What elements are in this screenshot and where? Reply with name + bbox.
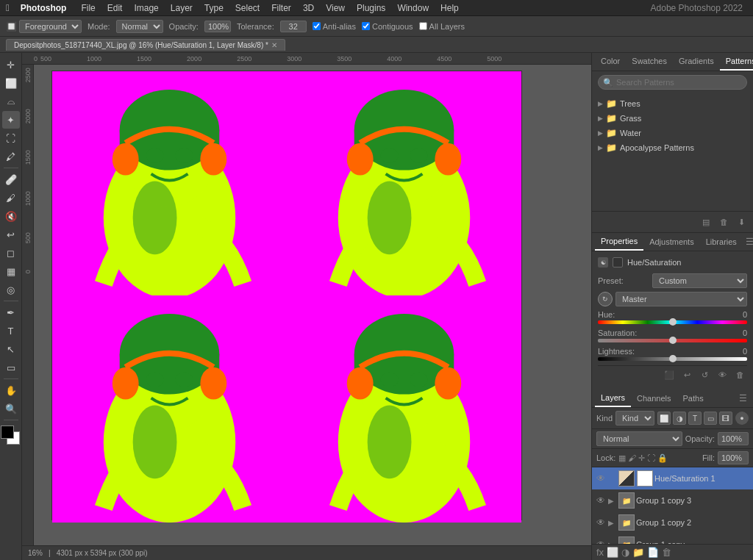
pattern-item-trees[interactable]: ▶ 📁 Trees xyxy=(592,96,753,111)
anti-alias-checkbox[interactable] xyxy=(313,22,321,30)
app-name[interactable]: Photoshop xyxy=(15,1,72,15)
opacity-input[interactable]: 100% xyxy=(718,432,749,445)
delete-adj-btn[interactable]: 🗑 xyxy=(732,367,747,382)
layer-row-group1copy2[interactable]: 👁 ▶ 📁 Group 1 copy 2 xyxy=(592,511,753,534)
saturation-slider-track[interactable] xyxy=(598,339,747,342)
menu-image[interactable]: Image xyxy=(129,1,163,15)
marquee-tool[interactable]: ⬜ xyxy=(2,74,20,92)
filter-kind-select[interactable]: Kind xyxy=(615,411,654,426)
delete-layer-btn[interactable]: 🗑 xyxy=(662,547,671,558)
tab-adjustments[interactable]: Adjustments xyxy=(643,234,700,250)
blend-mode-select[interactable]: Normal xyxy=(596,431,682,446)
lock-transparent-icon[interactable]: ▦ xyxy=(618,453,626,463)
tab-close[interactable]: ✕ xyxy=(271,41,277,49)
visibility-btn[interactable]: 👁 xyxy=(715,367,729,382)
anti-alias-label[interactable]: Anti-alias xyxy=(313,22,356,31)
channel-icon[interactable]: ↻ xyxy=(598,292,613,306)
tab-channels[interactable]: Channels xyxy=(631,390,677,406)
tab-swatches[interactable]: Swatches xyxy=(626,53,673,71)
prev-state-btn[interactable]: ↩ xyxy=(679,367,694,382)
zoom-tool[interactable]: 🔍 xyxy=(2,400,20,417)
lasso-tool[interactable]: ⌓ xyxy=(2,93,20,110)
foreground-select[interactable]: Foreground xyxy=(19,20,82,33)
contiguous-label[interactable]: Contiguous xyxy=(362,22,413,31)
layer-vis-g1c2[interactable]: 👁 xyxy=(595,517,607,528)
tab-gradients[interactable]: Gradients xyxy=(673,53,720,71)
pattern-item-grass[interactable]: ▶ 📁 Grass xyxy=(592,111,753,126)
clip-btn[interactable]: ⬛ xyxy=(662,367,677,382)
group-layers-btn[interactable]: 📁 xyxy=(632,547,644,558)
move-tool[interactable]: ✛ xyxy=(2,56,20,73)
hand-tool[interactable]: ✋ xyxy=(2,381,20,399)
saturation-slider-thumb[interactable] xyxy=(669,337,677,344)
filter-toggle[interactable]: ● xyxy=(735,412,749,425)
filter-shape-icon[interactable]: ▭ xyxy=(704,412,717,425)
all-layers-checkbox[interactable] xyxy=(419,22,427,30)
menu-select[interactable]: Select xyxy=(230,1,265,15)
pattern-item-water[interactable]: ▶ 📁 Water xyxy=(592,126,753,140)
tolerance-input[interactable]: 32 xyxy=(280,21,307,32)
color-boxes[interactable] xyxy=(1,426,21,446)
menu-plugins[interactable]: Plugins xyxy=(351,1,390,15)
layer-row-hue-sat[interactable]: 👁 Hue/Saturation 1 xyxy=(592,467,753,489)
layer-expand-g1c3[interactable]: ▶ xyxy=(608,497,617,505)
lock-all-icon[interactable]: 🔒 xyxy=(657,453,668,463)
blur-tool[interactable]: ◎ xyxy=(2,281,20,298)
layer-row-group1copy3[interactable]: 👁 ▶ 📁 Group 1 copy 3 xyxy=(592,489,753,511)
filter-smart-icon[interactable]: 🎞 xyxy=(719,412,732,425)
canvas-viewport[interactable] xyxy=(34,65,591,545)
channel-select[interactable]: Master xyxy=(615,292,747,306)
clone-tool[interactable]: 🔇 xyxy=(2,207,20,225)
text-tool[interactable]: T xyxy=(2,322,20,340)
tab-paths[interactable]: Paths xyxy=(677,390,710,406)
add-adjustment-btn[interactable]: ◑ xyxy=(621,547,629,558)
menu-3d[interactable]: 3D xyxy=(298,1,319,15)
pattern-item-apocalypse[interactable]: ▶ 📁 Apocalypse Patterns xyxy=(592,140,753,155)
eyedropper-tool[interactable]: 🖍 xyxy=(2,148,20,165)
healing-tool[interactable]: 🩹 xyxy=(2,170,20,188)
foreground-color[interactable] xyxy=(1,426,14,439)
menu-view[interactable]: View xyxy=(321,1,350,15)
tab-patterns[interactable]: Patterns xyxy=(720,53,753,71)
menu-layer[interactable]: Layer xyxy=(165,1,198,15)
menu-edit[interactable]: Edit xyxy=(102,1,128,15)
lock-artboard-icon[interactable]: ⛶ xyxy=(647,453,655,463)
preset-select[interactable]: Custom xyxy=(652,273,747,288)
filter-pixel-icon[interactable]: ⬜ xyxy=(657,412,671,425)
contiguous-checkbox[interactable] xyxy=(362,22,370,30)
new-layer-btn[interactable]: 📄 xyxy=(647,547,659,558)
layers-menu-icon[interactable]: ☰ xyxy=(736,390,750,406)
lightness-slider-thumb[interactable] xyxy=(669,355,677,362)
lock-image-icon[interactable]: 🖌 xyxy=(628,453,636,463)
import-pattern-btn[interactable]: ⬇ xyxy=(734,215,749,229)
menu-filter[interactable]: Filter xyxy=(266,1,296,15)
props-menu-icon[interactable]: ☰ xyxy=(743,234,753,250)
tab-layers[interactable]: Layers xyxy=(595,390,631,407)
lock-position-icon[interactable]: ✛ xyxy=(638,453,645,463)
fx-button[interactable]: fx xyxy=(596,547,604,558)
menu-type[interactable]: Type xyxy=(199,1,229,15)
layer-row-group1copy[interactable]: 👁 ▶ 📁 Group 1 copy xyxy=(592,534,753,544)
hue-slider-thumb[interactable] xyxy=(669,318,677,326)
lightness-slider-track[interactable] xyxy=(598,357,747,361)
pattern-search-input[interactable] xyxy=(598,75,747,90)
brush-tool[interactable]: 🖌 xyxy=(2,189,20,207)
path-selection-tool[interactable]: ↖ xyxy=(2,340,20,358)
history-brush-tool[interactable]: ↩ xyxy=(2,226,20,243)
tab-libraries[interactable]: Libraries xyxy=(700,234,743,250)
mode-select[interactable]: Normal xyxy=(116,20,163,33)
all-layers-label[interactable]: All Layers xyxy=(419,22,465,31)
new-pattern-btn[interactable]: ▤ xyxy=(699,215,713,229)
magic-wand-tool[interactable]: ✦ xyxy=(2,111,20,129)
filter-type-icon[interactable]: T xyxy=(688,412,702,425)
crop-tool[interactable]: ⛶ xyxy=(2,129,20,147)
tab-properties[interactable]: Properties xyxy=(595,233,643,251)
tab-color[interactable]: Color xyxy=(595,53,626,71)
gradient-tool[interactable]: ▦ xyxy=(2,262,20,280)
apple-menu[interactable]:  xyxy=(6,2,10,13)
opacity-value[interactable]: 100% xyxy=(204,21,231,32)
layer-vis-hue-sat[interactable]: 👁 xyxy=(595,473,607,484)
shape-tool[interactable]: ▭ xyxy=(2,359,20,376)
layer-vis-g1c[interactable]: 👁 xyxy=(595,539,607,544)
menu-help[interactable]: Help xyxy=(435,1,464,15)
